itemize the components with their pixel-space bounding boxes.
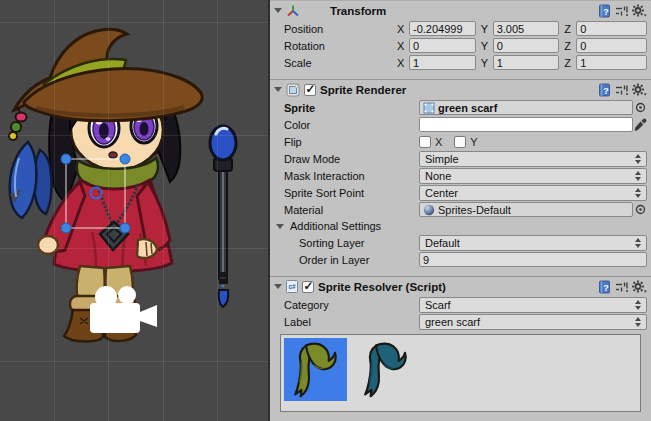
position-y-field[interactable]: 3.005 xyxy=(493,21,560,36)
object-picker-icon[interactable] xyxy=(635,102,646,113)
mask-interaction-dropdown[interactable]: None xyxy=(419,168,647,184)
scale-z-field[interactable]: 1 xyxy=(576,55,647,70)
component-title: Transform xyxy=(330,5,386,17)
sprite-object-field[interactable]: green scarf xyxy=(419,100,633,115)
selection-handle[interactable] xyxy=(61,154,71,164)
help-icon[interactable]: ? xyxy=(597,280,611,294)
blue-scarf-thumbnail[interactable] xyxy=(354,338,417,401)
position-z-field[interactable]: 0 xyxy=(576,21,647,36)
flip-x-checkbox[interactable] xyxy=(419,136,431,148)
sprite-sort-point-row: Sprite Sort Point Center xyxy=(270,184,651,201)
foldout-icon[interactable] xyxy=(274,87,282,92)
foldout-icon[interactable] xyxy=(274,8,282,13)
mouth xyxy=(109,152,117,158)
additional-settings-foldout[interactable]: Additional Settings xyxy=(270,218,651,234)
axis-y-label: Y xyxy=(481,40,490,52)
green-scarf-thumbnail[interactable] xyxy=(284,338,347,401)
selection-handle[interactable] xyxy=(120,154,130,164)
color-swatch-field[interactable] xyxy=(419,117,633,132)
scale-y-field[interactable]: 1 xyxy=(493,55,560,70)
unity-editor-window: Transform ? Position X-0.204999 Y3.005 Z… xyxy=(0,0,651,421)
axis-z-label: Z xyxy=(564,57,573,69)
field-label: Mask Interaction xyxy=(284,170,419,182)
gear-icon[interactable] xyxy=(632,4,647,17)
foldout-icon[interactable] xyxy=(274,284,282,289)
help-icon[interactable]: ? xyxy=(597,4,611,18)
sprite-value: green scarf xyxy=(438,102,497,114)
enabled-checkbox[interactable] xyxy=(304,84,316,96)
field-label: Label xyxy=(284,316,419,328)
object-picker-icon[interactable] xyxy=(635,204,646,215)
camera-gizmo-icon[interactable] xyxy=(90,286,157,333)
eyedropper-icon[interactable] xyxy=(634,118,647,131)
flip-x-label: X xyxy=(435,136,442,148)
scene-view[interactable] xyxy=(0,0,268,421)
rotation-row: Rotation X0 Y0 Z0 xyxy=(270,37,651,54)
flip-y-label: Y xyxy=(470,136,477,148)
selection-handle[interactable] xyxy=(61,223,71,233)
flip-row: Flip X Y xyxy=(270,133,651,150)
flip-y-checkbox[interactable] xyxy=(454,136,466,148)
label-row: Label green scarf xyxy=(270,313,651,330)
rotation-z-field[interactable]: 0 xyxy=(576,38,647,53)
dropdown-value: green scarf xyxy=(425,316,480,328)
mask-interaction-row: Mask Interaction None xyxy=(270,167,651,184)
dropdown-value: Center xyxy=(425,187,458,199)
svg-text:c#: c# xyxy=(288,283,296,290)
axis-x-label: X xyxy=(397,40,406,52)
svg-text:?: ? xyxy=(603,85,609,95)
preset-icon[interactable] xyxy=(615,5,628,17)
transform-icon xyxy=(286,4,300,18)
foldout-icon[interactable] xyxy=(276,224,284,229)
svg-text:?: ? xyxy=(603,282,609,292)
sprite-renderer-component: Sprite Renderer ? Sprite green scarf Col… xyxy=(270,80,651,277)
preset-icon[interactable] xyxy=(615,281,628,293)
field-label: Position xyxy=(284,23,397,35)
draw-mode-dropdown[interactable]: Simple xyxy=(419,151,647,167)
axis-x-label: X xyxy=(397,57,406,69)
hat-ornament xyxy=(9,107,52,218)
field-label: Sprite Sort Point xyxy=(284,187,419,199)
field-label: Rotation xyxy=(284,40,397,52)
sorting-layer-dropdown[interactable]: Default xyxy=(419,235,647,251)
gear-icon[interactable] xyxy=(632,280,647,293)
enabled-checkbox[interactable] xyxy=(302,281,314,293)
field-label: Sorting Layer xyxy=(299,237,419,249)
material-value: Sprites-Default xyxy=(438,204,511,216)
order-in-layer-field[interactable]: 9 xyxy=(419,252,647,267)
field-label: Color xyxy=(284,119,419,131)
sprite-renderer-icon xyxy=(286,83,300,97)
selection-handle[interactable] xyxy=(120,223,130,233)
dropdown-value: Scarf xyxy=(425,299,451,311)
sprite-sort-point-dropdown[interactable]: Center xyxy=(419,185,647,201)
field-label: Sprite xyxy=(284,102,419,114)
sprite-resolver-header[interactable]: c# Sprite Resolver (Script) ? xyxy=(270,277,651,296)
transform-header[interactable]: Transform ? xyxy=(270,1,651,20)
material-object-field[interactable]: Sprites-Default xyxy=(419,202,633,217)
rotation-x-field[interactable]: 0 xyxy=(409,38,476,53)
rotation-y-field[interactable]: 0 xyxy=(493,38,560,53)
transform-component: Transform ? Position X-0.204999 Y3.005 Z… xyxy=(270,0,651,80)
category-dropdown[interactable]: Scarf xyxy=(419,297,647,313)
additional-settings-label: Additional Settings xyxy=(290,220,381,232)
help-icon[interactable]: ? xyxy=(597,83,611,97)
script-icon: c# xyxy=(286,280,298,293)
order-in-layer-row: Order in Layer 9 xyxy=(270,251,651,268)
sprite-renderer-header[interactable]: Sprite Renderer ? xyxy=(270,80,651,99)
component-title: Sprite Renderer xyxy=(320,84,406,96)
position-x-field[interactable]: -0.204999 xyxy=(409,21,476,36)
sprite-row: Sprite green scarf xyxy=(270,99,651,116)
material-row: Material Sprites-Default xyxy=(270,201,651,218)
draw-mode-row: Draw Mode Simple xyxy=(270,150,651,167)
scale-x-field[interactable]: 1 xyxy=(409,55,476,70)
preset-icon[interactable] xyxy=(615,84,628,96)
gear-icon[interactable] xyxy=(632,83,647,96)
color-row: Color xyxy=(270,116,651,133)
axis-z-label: Z xyxy=(564,23,573,35)
scene-canvas[interactable] xyxy=(0,0,268,421)
axis-y-label: Y xyxy=(481,57,490,69)
label-dropdown[interactable]: green scarf xyxy=(419,314,647,330)
svg-text:?: ? xyxy=(603,6,609,16)
field-label: Category xyxy=(284,299,419,311)
field-label: Order in Layer xyxy=(299,254,419,266)
